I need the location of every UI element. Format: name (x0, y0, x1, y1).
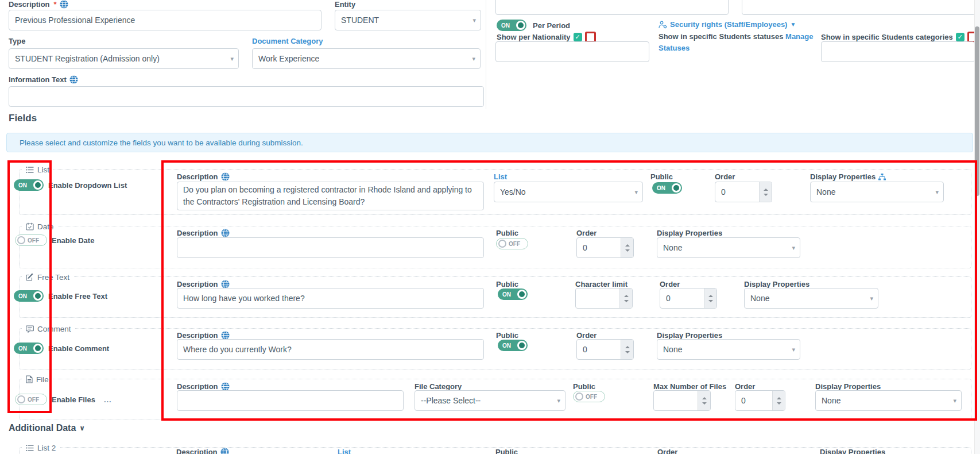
row2-public-toggle[interactable]: OFF (496, 238, 528, 249)
security-rights-link[interactable]: Security rights (Staff/Employees) ▼ (659, 20, 796, 29)
toggle-knob (517, 290, 526, 299)
row3-character-limit-spinner[interactable] (575, 288, 633, 309)
list2-list-label[interactable]: List (338, 448, 351, 454)
row1-display-properties-label: Display Properties (810, 172, 886, 181)
spinner-buttons[interactable] (619, 288, 632, 308)
toggle-state-text: ON (657, 185, 665, 191)
sitemap-icon[interactable] (878, 174, 886, 180)
row2-order-spinner[interactable]: 0 (576, 237, 634, 258)
information-text-label-text: Information Text (9, 75, 67, 84)
check-square-icon[interactable]: ✓ (574, 33, 582, 41)
description-input[interactable]: Previous Professional Experience (9, 10, 321, 30)
enable-free-text-toggle[interactable]: ON (14, 290, 44, 302)
spinner-buttons[interactable] (772, 391, 785, 410)
more-options-link[interactable]: ... (104, 395, 112, 404)
row4-display-properties-select[interactable]: None▾ (657, 339, 800, 360)
row1-description-input[interactable]: Do you plan on becoming a registered con… (177, 182, 484, 210)
spinner-buttons[interactable] (698, 391, 710, 410)
enable-dropdown-list-label: Enable Dropdown List (48, 181, 127, 190)
chevron-down-icon: ▾ (792, 347, 795, 353)
enable-date-label: Enable Date (52, 236, 94, 245)
row3-public-toggle[interactable]: ON (498, 288, 528, 300)
show-categories-text: Show in specific Students categories (821, 33, 953, 41)
globe-icon (221, 331, 230, 340)
chevron-down-icon: ▾ (953, 398, 956, 404)
row5-file-category-select[interactable]: --Please Select--▾ (415, 390, 565, 411)
list2-description-label: Description (176, 448, 229, 454)
label-text: Description (177, 331, 218, 340)
document-category-label[interactable]: Document Category (252, 37, 323, 45)
row5-public-toggle[interactable]: OFF (573, 391, 605, 402)
row5-max-files-spinner[interactable] (653, 390, 711, 411)
row5-max-files-label: Max Number of Files (653, 382, 726, 391)
spinner-value (654, 391, 698, 410)
row3-order-spinner[interactable]: 0 (660, 288, 717, 309)
toggle-state-text: ON (502, 291, 511, 298)
row1-list-label[interactable]: List (494, 172, 507, 181)
group-list-legend: List (22, 164, 53, 175)
label-text: Description (177, 280, 218, 288)
scrollbar-thumb[interactable] (975, 26, 979, 196)
row4-public-toggle[interactable]: ON (498, 340, 528, 351)
show-per-nationality-input[interactable] (495, 41, 649, 62)
file-category-value: --Please Select-- (421, 396, 481, 405)
list-icon (26, 166, 34, 174)
top-cut-input-1[interactable] (495, 0, 729, 15)
group-name: File (36, 375, 49, 384)
spinner-buttons[interactable] (621, 340, 633, 359)
toggle-knob (672, 183, 681, 193)
group-free-text-legend: Free Text (22, 271, 73, 283)
row4-description-input[interactable]: Where do you currently Work? (177, 339, 484, 360)
row4-public-label: Public (496, 331, 518, 340)
document-category-select[interactable]: Work Experience▾ (252, 48, 481, 69)
per-period-label: Per Period (533, 21, 570, 30)
globe-icon (221, 172, 230, 181)
globe-icon (221, 280, 230, 288)
spinner-value (576, 288, 619, 308)
spinner-buttons[interactable] (621, 238, 633, 257)
row1-description-label: Description (177, 172, 230, 181)
row5-order-spinner[interactable]: 0 (735, 390, 785, 411)
row1-display-properties-select[interactable]: None▾ (810, 182, 944, 202)
group-name: Comment (37, 325, 71, 333)
list2-order-label: Order (657, 448, 677, 454)
row2-description-input[interactable] (177, 237, 484, 258)
information-text-input[interactable] (9, 86, 484, 107)
additional-data-heading[interactable]: Additional Data ∨ (9, 423, 85, 433)
row1-public-toggle[interactable]: ON (652, 182, 682, 194)
group-file-legend: File (22, 374, 53, 385)
row5-description-input[interactable] (177, 390, 404, 411)
row3-display-properties-select[interactable]: None▾ (744, 288, 878, 309)
enable-dropdown-list-toggle[interactable]: ON (14, 179, 44, 191)
enable-files-toggle[interactable]: OFF (15, 394, 47, 405)
row5-display-properties-select[interactable]: None▾ (815, 390, 962, 411)
type-select[interactable]: STUDENT Registration (Admission only)▾ (9, 48, 239, 69)
row4-display-properties-label: Display Properties (657, 331, 722, 340)
toggle-knob (17, 236, 25, 244)
enable-date-toggle[interactable]: OFF (15, 234, 47, 246)
comment-icon (26, 325, 34, 333)
entity-select[interactable]: STUDENT▾ (335, 10, 481, 30)
spinner-value: 0 (577, 238, 621, 257)
row3-order-label: Order (660, 280, 680, 288)
check-square-icon[interactable]: ✓ (956, 33, 964, 41)
row4-order-label: Order (576, 331, 596, 340)
row1-list-select[interactable]: Yes/No▾ (494, 182, 643, 202)
per-period-toggle[interactable]: ON (497, 20, 526, 31)
row1-order-spinner[interactable]: 0 (715, 182, 772, 202)
row3-description-input[interactable]: How long have you worked there? (177, 288, 484, 309)
spinner-value: 0 (660, 288, 704, 308)
toggle-knob (33, 344, 42, 353)
spinner-buttons[interactable] (704, 288, 716, 308)
row4-order-spinner[interactable]: 0 (576, 339, 634, 360)
enable-comment-toggle[interactable]: ON (14, 343, 44, 354)
row3-public-label: Public (496, 280, 518, 288)
show-categories-input[interactable] (821, 41, 975, 62)
spinner-buttons[interactable] (759, 182, 772, 202)
show-statuses-block: Show in specific Students statuses Manag… (659, 31, 826, 54)
row2-display-properties-select[interactable]: None▾ (657, 237, 800, 258)
top-cut-input-2[interactable] (742, 0, 975, 15)
group-name: List 2 (37, 444, 56, 452)
toggle-knob (33, 291, 42, 301)
description-label-text: Description (9, 0, 50, 9)
